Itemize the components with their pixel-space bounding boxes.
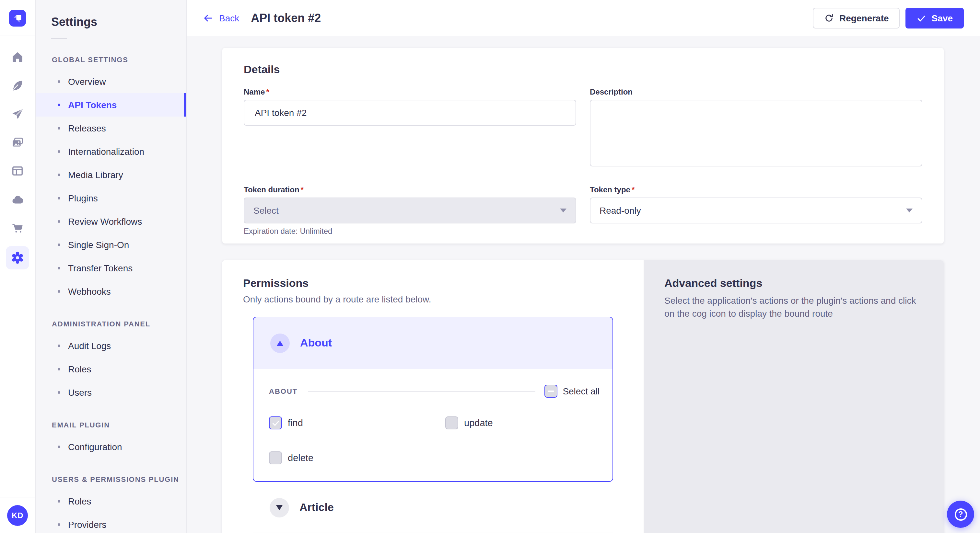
help-button[interactable]: ?	[947, 501, 974, 528]
name-input[interactable]	[244, 100, 576, 125]
bullet-icon	[58, 500, 60, 503]
sidebar-item-transfer-tokens[interactable]: Transfer Tokens	[36, 257, 186, 280]
rail-user-area: KD	[0, 497, 35, 533]
strapi-logo[interactable]	[8, 9, 27, 27]
settings-sidebar: Settings GLOBAL SETTINGS Overview API To…	[36, 0, 187, 533]
strapi-admin-app: KD Settings GLOBAL SETTINGS Overview API…	[0, 0, 980, 533]
expand-toggle[interactable]	[270, 498, 289, 517]
bullet-icon	[58, 104, 60, 106]
description-input[interactable]	[590, 100, 922, 167]
home-icon[interactable]	[7, 47, 28, 67]
sidebar-item-label: Webhooks	[68, 286, 111, 297]
accordion-about-header[interactable]: About	[253, 317, 612, 369]
select-all-checkbox[interactable]	[544, 385, 557, 398]
sidebar-item-review-workflows[interactable]: Review Workflows	[36, 210, 186, 233]
deploy-cloud-icon[interactable]	[7, 189, 28, 210]
details-heading: Details	[244, 64, 922, 76]
sidebar-item-label: API Tokens	[68, 100, 117, 110]
chevron-down-icon	[276, 505, 283, 510]
sidebar-item-up-roles[interactable]: Roles	[36, 490, 186, 513]
description-field: Description	[590, 87, 922, 169]
accordion-about: About ABOUT Select all	[253, 317, 613, 482]
sidebar-item-label: Users	[68, 387, 92, 398]
sidebar-item-label: Internationalization	[68, 146, 144, 157]
sidebar-item-label: Media Library	[68, 170, 123, 180]
accordion-divider	[253, 532, 613, 532]
checkbox-delete[interactable]	[269, 451, 282, 464]
chevron-up-icon	[277, 341, 283, 346]
sidebar-item-email-configuration[interactable]: Configuration	[36, 435, 186, 458]
sidebar-item-overview[interactable]: Overview	[36, 70, 186, 93]
bullet-icon	[58, 197, 60, 200]
sidebar-item-admin-users[interactable]: Users	[36, 381, 186, 404]
sidebar-section-administration-panel: ADMINISTRATION PANEL Audit Logs Roles Us…	[36, 320, 186, 404]
sidebar-item-label: Plugins	[68, 193, 98, 203]
sidebar-item-label: Single Sign-On	[68, 240, 129, 250]
regenerate-button[interactable]: Regenerate	[813, 8, 900, 29]
collapse-toggle[interactable]	[270, 333, 290, 353]
chevron-down-icon	[906, 209, 913, 213]
sidebar-item-admin-roles[interactable]: Roles	[36, 357, 186, 381]
permissions-panel: Permissions Only actions bound by a rout…	[222, 260, 644, 533]
token-type-label: Token type*	[590, 185, 922, 194]
advanced-settings-description: Select the application's actions or the …	[664, 295, 923, 320]
releases-icon[interactable]	[7, 104, 28, 124]
media-library-icon[interactable]	[7, 132, 28, 153]
about-group-label: ABOUT	[269, 387, 298, 395]
checkbox-update[interactable]	[445, 416, 458, 429]
question-mark-icon: ?	[955, 508, 967, 520]
required-marker: *	[301, 185, 304, 194]
action-label: update	[464, 418, 493, 428]
page-content: Details Name* Description Token duration…	[187, 36, 980, 533]
expiration-hint: Expiration date: Unlimited	[244, 227, 576, 236]
bullet-icon	[58, 220, 60, 223]
bullet-icon	[58, 344, 60, 347]
bullet-icon	[58, 523, 60, 526]
content-manager-icon[interactable]	[7, 75, 28, 96]
save-button[interactable]: Save	[906, 8, 964, 29]
token-duration-select[interactable]: Select	[244, 198, 576, 224]
sidebar-item-single-sign-on[interactable]: Single Sign-On	[36, 233, 186, 257]
marketplace-cart-icon[interactable]	[7, 217, 28, 238]
sidebar-item-up-providers[interactable]: Providers	[36, 513, 186, 533]
sidebar-section-global-settings: GLOBAL SETTINGS Overview API Tokens Rele…	[36, 56, 186, 303]
actions-grid: find update delete	[269, 416, 600, 464]
name-field: Name*	[244, 87, 576, 169]
sidebar-item-label: Transfer Tokens	[68, 263, 132, 273]
section-label: USERS & PERMISSIONS PLUGIN	[52, 475, 186, 483]
section-label: EMAIL PLUGIN	[52, 421, 186, 429]
select-all-label: Select all	[563, 386, 600, 397]
sidebar-item-label: Roles	[68, 496, 91, 506]
sidebar-item-label: Providers	[68, 519, 106, 530]
token-duration-field: Token duration* Select Expiration date: …	[244, 185, 576, 236]
check-icon	[271, 419, 280, 427]
section-label: ADMINISTRATION PANEL	[52, 320, 186, 328]
accordion-about-body: ABOUT Select all	[253, 369, 612, 481]
token-type-select[interactable]: Read-only	[590, 198, 922, 224]
accordion-article-header[interactable]: Article	[253, 490, 613, 526]
sidebar-divider	[51, 38, 67, 39]
sidebar-item-audit-logs[interactable]: Audit Logs	[36, 334, 186, 357]
sidebar-item-label: Configuration	[68, 442, 122, 452]
description-label: Description	[590, 87, 922, 97]
refresh-icon	[824, 13, 834, 23]
sidebar-item-api-tokens[interactable]: API Tokens	[36, 93, 186, 117]
sidebar-item-media-library[interactable]: Media Library	[36, 163, 186, 187]
bullet-icon	[58, 174, 60, 176]
avatar[interactable]: KD	[7, 505, 28, 525]
sidebar-item-internationalization[interactable]: Internationalization	[36, 140, 186, 163]
advanced-settings-heading: Advanced settings	[664, 278, 923, 289]
required-marker: *	[632, 185, 635, 194]
settings-gear-icon[interactable]	[6, 246, 29, 270]
sidebar-item-releases[interactable]: Releases	[36, 117, 186, 140]
checkbox-find[interactable]	[269, 416, 282, 429]
token-duration-value: Select	[253, 205, 279, 216]
details-card: Details Name* Description Token duration…	[222, 48, 944, 244]
action-find: find	[269, 416, 445, 429]
content-type-builder-icon[interactable]	[7, 160, 28, 181]
bullet-icon	[58, 80, 60, 83]
sidebar-item-plugins[interactable]: Plugins	[36, 187, 186, 210]
back-link[interactable]: Back	[203, 13, 239, 23]
sidebar-item-webhooks[interactable]: Webhooks	[36, 280, 186, 303]
accordion-about-label: About	[300, 337, 332, 350]
